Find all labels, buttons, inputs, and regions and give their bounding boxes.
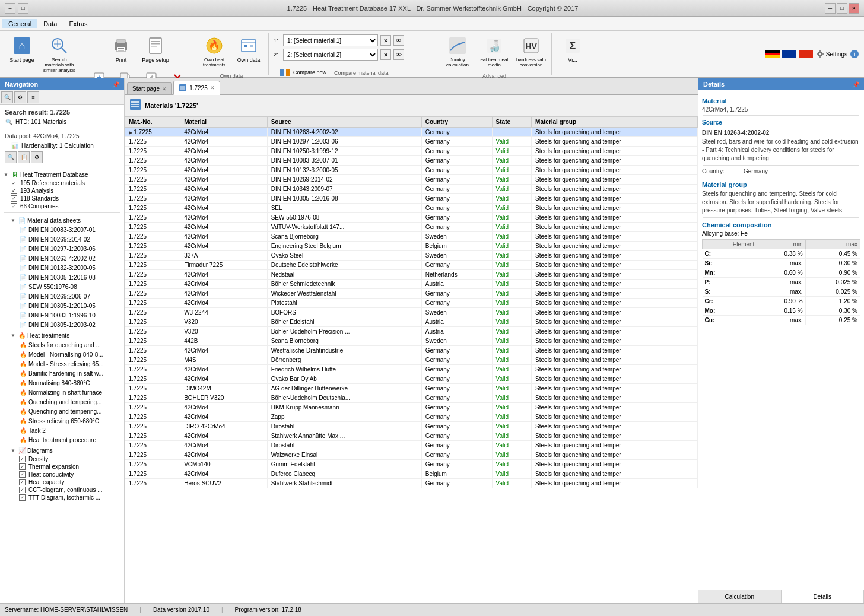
nav-hardenability-item[interactable]: 📊 Hardenability: 1 Calculation bbox=[2, 141, 122, 150]
col-matno[interactable]: Mat.-No. bbox=[125, 117, 180, 128]
restore-button[interactable]: □ bbox=[18, 3, 28, 14]
table-row[interactable]: 1.722542CrMo4Wickeder WestfalenstahlGerm… bbox=[125, 289, 698, 299]
table-row[interactable]: 1.722542CrMo4VdTÜV-Werkstoffblatt 147...… bbox=[125, 223, 698, 232]
compare-clear-2-button[interactable]: ✕ bbox=[380, 49, 391, 60]
nav-diagrams-expand[interactable]: ▼ 📈 Diagrams bbox=[2, 446, 122, 455]
nav-sheet-item[interactable]: 📄DIN EN 10269:2014-02 bbox=[2, 234, 122, 244]
table-row[interactable]: 1.722542CrMo4DIN EN 10132-3:2000-05Germa… bbox=[125, 166, 698, 175]
nav-sheet-item[interactable]: 📄SEW 550:1976-08 bbox=[2, 282, 122, 291]
menu-extras[interactable]: Extras bbox=[63, 19, 93, 28]
maximize-window-button[interactable]: □ bbox=[837, 3, 847, 14]
nav-sheets-expand[interactable]: ▼ 📄 Material data sheets bbox=[2, 215, 122, 225]
nav-sheet-item[interactable]: 📄DIN EN 10132-3:2000-05 bbox=[2, 263, 122, 272]
compare-clear-1-button[interactable]: ✕ bbox=[380, 35, 391, 46]
nav-ht-group-item[interactable]: 🔥Steels for quenching and ... bbox=[2, 340, 122, 350]
table-row[interactable]: 1.722542CrMo4DIN EN 10083-3:2007-01Germa… bbox=[125, 156, 698, 166]
table-row[interactable]: 1.722542CrMo4DIN EN 10250-3:1999-12Germa… bbox=[125, 147, 698, 156]
nav-sheet-item[interactable]: 📄DIN EN 10297-1:2003-06 bbox=[2, 244, 122, 253]
start-page-button[interactable]: ⌂ Start page bbox=[6, 33, 38, 66]
nav-diagram-checkbox[interactable] bbox=[19, 479, 26, 485]
table-row[interactable]: 1.722542CrMo4Ovako Bar Oy AbGermanyValid… bbox=[125, 374, 698, 384]
nav-diagram-item[interactable]: Thermal expansion bbox=[2, 463, 122, 471]
flag-cn-icon[interactable] bbox=[799, 50, 813, 58]
compare-select-1[interactable]: 1: [Select material 1] bbox=[283, 34, 378, 46]
col-material[interactable]: Material bbox=[180, 117, 267, 128]
table-row[interactable]: 1.7225V320Böhler-Uddeholm Precision ...A… bbox=[125, 327, 698, 336]
table-row[interactable]: 1.722542CrMo4Engineering Steel BelgiumBe… bbox=[125, 242, 698, 251]
tab-material[interactable]: 1.7225 ✕ bbox=[173, 81, 220, 95]
info-icon[interactable]: i bbox=[850, 49, 859, 59]
table-row[interactable]: 1.7225W3-2244BOFORSSwedenValidSteels for… bbox=[125, 308, 698, 317]
table-row[interactable]: 1.7225V320Böhler EdelstahlAustriaValidSt… bbox=[125, 317, 698, 327]
table-row[interactable]: 1.7225BÖHLER V320Böhler-Uddeholm Deutsch… bbox=[125, 393, 698, 403]
table-row[interactable]: 1.7225Firmadur 7225Deutsche Edelstahlwer… bbox=[125, 261, 698, 270]
table-row[interactable]: 1.7225327AOvako SteelSwedenValidSteels f… bbox=[125, 251, 698, 261]
table-row[interactable]: 1.722542CrMo4Duferco ClabecqBelgiumValid… bbox=[125, 469, 698, 479]
nav-ht-sub-item[interactable]: 🔥Heat treatment procedure bbox=[2, 435, 122, 444]
nav-sheet-item[interactable]: 📄DIN EN 10083-1:1996-10 bbox=[2, 310, 122, 320]
table-row[interactable]: 1.7225M4SDörrenbergGermanyValidSteels fo… bbox=[125, 355, 698, 365]
table-row[interactable]: 1.7225442BScana BjörneborgSwedenValidSte… bbox=[125, 336, 698, 346]
nav-ht-sub-item[interactable]: 🔥Task 2 bbox=[2, 426, 122, 435]
own-data-button[interactable]: Own data bbox=[233, 33, 265, 66]
nav-db-item[interactable]: 66 Companies bbox=[2, 202, 122, 210]
table-row[interactable]: 1.722542CrMo4DIN EN 10305-1:2016-08Germa… bbox=[125, 194, 698, 204]
tab-start-page[interactable]: Start page ✕ bbox=[127, 82, 172, 94]
nav-diagram-checkbox[interactable] bbox=[19, 494, 26, 501]
heat-media-button[interactable]: 🍶 eat treatmeat media bbox=[477, 33, 512, 71]
table-row[interactable]: 1.722542CrMo4DirostahlGermanyValidSteels… bbox=[125, 441, 698, 450]
nav-filter-icon[interactable]: ⚙ bbox=[14, 91, 26, 103]
nav-ht-group-item[interactable]: 🔥Model - Normalising 840-8... bbox=[2, 350, 122, 359]
table-row[interactable]: 1.722542CrMo4SEW 550:1976-08GermanyValid… bbox=[125, 213, 698, 223]
compare-eye-2-button[interactable]: 👁 bbox=[393, 49, 404, 60]
col-state[interactable]: State bbox=[492, 117, 532, 128]
page-setup-button[interactable]: Page setup bbox=[139, 33, 171, 66]
settings-button[interactable]: Settings bbox=[815, 49, 847, 59]
col-group[interactable]: Material group bbox=[532, 117, 698, 128]
nav-htd-item[interactable]: 🔍 HTD: 101 Materials bbox=[2, 117, 122, 126]
nav-db-expand[interactable]: ▼ 🗄 Heat Treatment Database bbox=[2, 170, 122, 179]
own-heat-button[interactable]: 🔥 Own heat treatments bbox=[198, 33, 230, 71]
table-row[interactable]: 1.722542CrMo4Scana BjörneborgSwedenValid… bbox=[125, 232, 698, 242]
hardness-conv-button[interactable]: HV hardness valu conversion bbox=[514, 33, 548, 71]
nav-diagram-checkbox[interactable] bbox=[19, 471, 26, 478]
nav-diagram-item[interactable]: Heat conductivity bbox=[2, 471, 122, 478]
nav-ht-expand[interactable]: ▼ 🔥 Heat treatments bbox=[2, 331, 122, 340]
table-row[interactable]: 1.722542CrMo4DIN EN 10269:2014-02Germany… bbox=[125, 175, 698, 185]
nav-diagram-item[interactable]: Density bbox=[2, 455, 122, 463]
table-row[interactable]: 1.722542CrMo4PlatestahlGermanyValidSteel… bbox=[125, 299, 698, 308]
table-row[interactable]: 1.7225VCMo140Grimm EdelstahlGermanyValid… bbox=[125, 460, 698, 469]
nav-pin-button[interactable]: 📌 bbox=[112, 81, 119, 88]
nav-diagram-checkbox[interactable] bbox=[19, 487, 26, 493]
nav-diagram-item[interactable]: CCT-diagram, continuous ... bbox=[2, 486, 122, 494]
nav-action-2[interactable]: 📋 bbox=[18, 151, 30, 163]
nav-db-checkbox[interactable] bbox=[11, 203, 17, 209]
table-row[interactable]: 1.7225DIRO-42CrMo4DirostahlGermanyValidS… bbox=[125, 422, 698, 431]
nav-diagram-item[interactable]: TTT-Diagram, isothermic ... bbox=[2, 494, 122, 501]
col-source[interactable]: Source bbox=[267, 117, 421, 128]
tab-material-close[interactable]: ✕ bbox=[210, 85, 215, 91]
nav-sheet-item[interactable]: 📄DIN EN 10305-1:2016-08 bbox=[2, 272, 122, 282]
vi-button[interactable]: Σ Vi... bbox=[557, 33, 589, 66]
details-tab-calculation[interactable]: Calculation bbox=[698, 590, 782, 603]
table-row[interactable]: ▶ 1.722542CrMo4DIN EN 10263-4:2002-02Ger… bbox=[125, 128, 698, 137]
table-row[interactable]: 1.7225Heros SCUV2Stahlwerk StahlschmidtG… bbox=[125, 479, 698, 488]
minimize-button[interactable]: – bbox=[5, 3, 15, 14]
nav-ht-sub-item[interactable]: 🔥Quenching and tempering... bbox=[2, 397, 122, 407]
table-row[interactable]: 1.722542CrMo4Walzwerke EinsalGermanyVali… bbox=[125, 450, 698, 460]
table-row[interactable]: 1.722542CrMo4Friedrich Wilhelms-HütteGer… bbox=[125, 365, 698, 374]
compare-select-2[interactable]: 2: [Select material 2] bbox=[283, 49, 378, 61]
nav-action-1[interactable]: 🔍 bbox=[5, 151, 17, 163]
table-row[interactable]: 1.722542CrMo4ZappGermanyValidSteels for … bbox=[125, 412, 698, 422]
table-row[interactable]: 1.722542CrMo4Stahlwerk Annahütte Max ...… bbox=[125, 431, 698, 441]
nav-diagram-item[interactable]: Heat capacity bbox=[2, 478, 122, 486]
nav-ht-sub-item[interactable]: 🔥Bainitic hardening in salt w... bbox=[2, 369, 122, 378]
table-row[interactable]: 1.722542CrMo4HKM Krupp MannesmannGermany… bbox=[125, 403, 698, 412]
nav-search-icon[interactable]: 🔍 bbox=[1, 91, 13, 103]
table-row[interactable]: 1.722542CrMo4Böhler SchmiedetechnikAustr… bbox=[125, 280, 698, 289]
nav-action-3[interactable]: ⚙ bbox=[31, 151, 43, 163]
table-row[interactable]: 1.722542CrMo4DIN EN 10343:2009-07Germany… bbox=[125, 185, 698, 194]
nav-db-item[interactable]: 195 Reference materials bbox=[2, 179, 122, 187]
flag-de-icon[interactable] bbox=[765, 50, 780, 58]
nav-diagram-checkbox[interactable] bbox=[19, 456, 26, 462]
